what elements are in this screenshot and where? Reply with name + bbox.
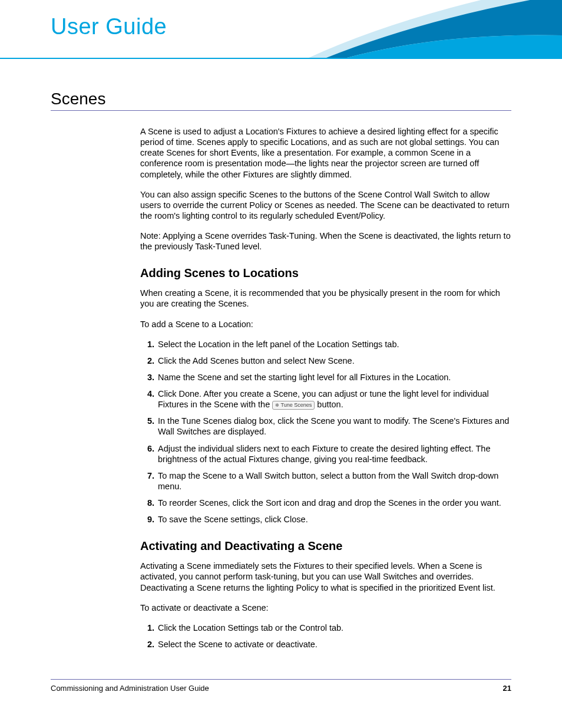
subheading-adding: Adding Scenes to Locations (140, 266, 511, 281)
subheading-activating: Activating and Deactivating a Scene (140, 539, 511, 554)
adding-steps-list: Select the Location in the left panel of… (140, 339, 511, 525)
activate-step-2: Select the Scene to activate or deactiva… (157, 639, 511, 650)
step-9: To save the Scene settings, click Close. (157, 514, 511, 525)
step-4-text-b: button. (315, 400, 343, 409)
page-content: Scenes A Scene is used to adjust a Locat… (0, 59, 562, 650)
adding-preamble: To add a Scene to a Location: (140, 319, 511, 330)
footer-page-number: 21 (503, 684, 511, 693)
tune-scenes-label: Tune Scenes (281, 402, 312, 408)
intro-paragraph-1: A Scene is used to adjust a Location's F… (140, 126, 511, 180)
document-page: User Guide Scenes A Scene is used to adj… (0, 0, 562, 728)
step-4: Click Done. After you create a Scene, yo… (157, 388, 511, 410)
page-footer: Commissioning and Administration User Gu… (51, 684, 511, 693)
activating-steps-list: Click the Location Settings tab or the C… (140, 622, 511, 650)
activate-step-1: Click the Location Settings tab or the C… (157, 622, 511, 633)
body-block: A Scene is used to adjust a Location's F… (140, 113, 511, 650)
page-header: User Guide (0, 0, 562, 59)
step-6: Adjust the individual sliders next to ea… (157, 443, 511, 465)
step-5: In the Tune Scenes dialog box, click the… (157, 416, 511, 437)
footer-doc-title: Commissioning and Administration User Gu… (51, 684, 209, 693)
tune-scenes-button-graphic: ✲ Tune Scenes (272, 401, 315, 410)
activating-intro: Activating a Scene immediately sets the … (140, 561, 511, 592)
adding-intro: When creating a Scene, it is recommended… (140, 288, 511, 309)
intro-paragraph-3: Note: Applying a Scene overrides Task-Tu… (140, 230, 511, 252)
step-1: Select the Location in the left panel of… (157, 339, 511, 350)
gear-icon: ✲ (275, 403, 279, 409)
step-8: To reorder Scenes, click the Sort icon a… (157, 498, 511, 508)
step-3: Name the Scene and set the starting ligh… (157, 372, 511, 383)
footer-rule (51, 679, 511, 680)
header-swoosh-graphic (291, 0, 562, 58)
activating-preamble: To activate or deactivate a Scene: (140, 602, 511, 613)
section-heading: Scenes (51, 88, 511, 111)
header-title: User Guide (51, 13, 167, 41)
step-2: Click the Add Scenes button and select N… (157, 355, 511, 366)
step-7: To map the Scene to a Wall Switch button… (157, 470, 511, 492)
intro-paragraph-2: You can also assign specific Scenes to t… (140, 189, 511, 221)
